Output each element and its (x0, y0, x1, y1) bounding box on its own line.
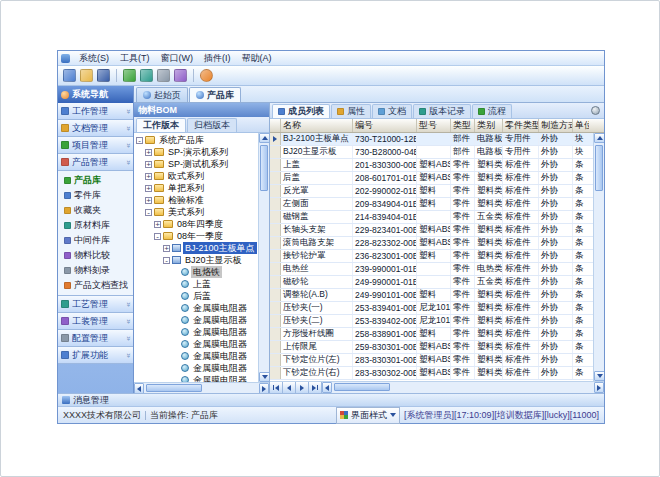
table-row[interactable]: 左侧面209-834904-01E塑料零件塑料类标准件外协条 (270, 198, 593, 211)
member-tab[interactable]: 成员列表 (272, 104, 330, 118)
scroll-track[interactable] (144, 383, 259, 393)
scroll-left-button[interactable] (134, 383, 144, 393)
sidebar-group[interactable]: 工艺管理» (58, 296, 133, 313)
tree-node[interactable]: 金属膜电阻器 (134, 302, 258, 314)
table-vertical-scrollbar[interactable] (593, 133, 604, 381)
scroll-up-button[interactable] (259, 133, 269, 143)
table-row[interactable]: 调整轮(A.B)249-990101-00E塑料零件塑料类标准件外协条 (270, 289, 593, 302)
column-header[interactable]: 编号 (353, 119, 417, 132)
table-row[interactable]: 下钞定位片(左)283-830301-00E塑料ABS零件塑料类标准件外协条 (270, 354, 593, 367)
tree-expander-icon[interactable]: + (145, 185, 152, 192)
tree-expander-icon[interactable]: - (154, 233, 161, 240)
next-record-button[interactable] (296, 382, 309, 393)
sidebar-item[interactable]: 原材料库 (58, 218, 133, 233)
member-tab[interactable]: 文档 (372, 104, 412, 118)
bom-version-tab[interactable]: 归档版本 (187, 118, 237, 132)
tree-node[interactable]: 金属膜电阻器 (134, 350, 258, 362)
sidebar-item[interactable]: 收藏夹 (58, 203, 133, 218)
scroll-thumb[interactable] (334, 383, 390, 391)
tree-node[interactable]: 后盖 (134, 290, 258, 302)
tree-node[interactable]: 金属膜电阻器 (134, 338, 258, 350)
settings-icon[interactable] (174, 69, 187, 82)
panel-gear-icon[interactable] (591, 106, 600, 115)
tree-node[interactable]: +SP-演示机系列 (134, 146, 258, 158)
tree-expander-icon[interactable]: + (145, 173, 152, 180)
scroll-thumb[interactable] (146, 384, 202, 392)
table-row[interactable]: 反光罩202-990002-01E塑料零件塑料类标准件外协条 (270, 185, 593, 198)
scroll-down-button[interactable] (259, 372, 269, 382)
tree-expander-icon[interactable]: + (145, 149, 152, 156)
table-row[interactable]: 后盖208-601701-01E塑料ABS零件塑料类标准件外协条 (270, 172, 593, 185)
column-header[interactable]: 类别 (475, 119, 503, 132)
sidebar-group[interactable]: 配置管理» (58, 330, 133, 347)
column-header[interactable]: 类型 (451, 119, 475, 132)
scroll-up-button[interactable] (594, 133, 604, 143)
sidebar-item[interactable]: 零件库 (58, 188, 133, 203)
tree-node[interactable]: 金属膜电阻器 (134, 314, 258, 326)
table-horizontal-scrollbar[interactable] (322, 382, 604, 393)
scroll-right-button[interactable] (594, 382, 604, 393)
member-tab[interactable]: 流程 (472, 104, 512, 118)
sidebar-group[interactable]: 项目管理» (58, 137, 133, 154)
sidebar-item[interactable]: 物料比较 (58, 248, 133, 263)
tree-node[interactable]: 金属膜电阻器 (134, 374, 258, 382)
tree-expander-icon[interactable]: + (145, 161, 152, 168)
table-row[interactable]: 滚筒电路支架228-823302-00E塑料ABS零件塑料类标准件外协条 (270, 237, 593, 250)
tree-expander-icon[interactable]: - (145, 209, 152, 216)
menu-item[interactable]: 插件(I) (199, 51, 236, 66)
save-icon[interactable] (97, 69, 110, 82)
sidebar-item[interactable]: 物料刻录 (58, 263, 133, 278)
tree-node[interactable]: -美式系列 (134, 206, 258, 218)
last-record-button[interactable] (309, 382, 322, 393)
table-row[interactable]: 下钞定位片(右)283-830302-00E塑料ABS零件塑料类标准件外协条 (270, 367, 593, 380)
tree-expander-icon[interactable]: + (154, 221, 161, 228)
print-icon[interactable] (157, 69, 170, 82)
column-header[interactable]: 制造方式 (539, 119, 573, 132)
tree-node[interactable]: 金属膜电阻器 (134, 362, 258, 374)
tree-expander-icon[interactable]: - (136, 137, 143, 144)
refresh-icon[interactable] (123, 69, 136, 82)
table-row[interactable]: 压钞夹(一)253-839401-00E尼龙1010零件塑料类标准件外协条 (270, 302, 593, 315)
scroll-left-button[interactable] (322, 382, 332, 393)
column-header[interactable]: 零件类型 (503, 119, 539, 132)
scroll-track[interactable] (594, 143, 604, 371)
tree-vertical-scrollbar[interactable] (258, 133, 269, 382)
open-folder-icon[interactable] (80, 69, 93, 82)
tree-node[interactable]: +SP-测试机系列 (134, 158, 258, 170)
scroll-down-button[interactable] (594, 371, 604, 381)
tree-node[interactable]: +单把系列 (134, 182, 258, 194)
column-header[interactable]: 型号 (417, 119, 451, 132)
tree-node[interactable]: 上盖 (134, 278, 258, 290)
exit-icon[interactable] (200, 69, 213, 82)
tree-node[interactable]: +欧式系列 (134, 170, 258, 182)
system-icon[interactable] (63, 69, 76, 82)
tree-node[interactable]: +BJ-2100主板单点 (134, 242, 258, 254)
tree-node[interactable]: -BJ20主显示板 (134, 254, 258, 266)
sidebar-group[interactable]: 工作管理» (58, 103, 133, 120)
table-row[interactable]: 上传限尾259-830301-00E塑料ABS零件塑料类标准件外协条 (270, 341, 593, 354)
table-row[interactable]: 上盖201-830300-00E塑料ABS零件塑料类标准件外协条 (270, 159, 593, 172)
scroll-track[interactable] (259, 143, 269, 372)
bom-version-tab[interactable]: 工作版本 (136, 118, 186, 132)
tree-expander-icon[interactable]: + (145, 197, 152, 204)
menu-item[interactable]: 帮助(A) (237, 51, 277, 66)
table-row[interactable]: 磁钢盖214-839404-01E零件五金类标准件外协条 (270, 211, 593, 224)
document-tab[interactable]: 产品库 (189, 87, 241, 102)
tree-node[interactable]: +08年四季度 (134, 218, 258, 230)
table-row[interactable]: 长轴头支架229-823401-00E塑料ABS零件塑料类标准件外协条 (270, 224, 593, 237)
table-row[interactable]: 磁砂轮249-990001-01E零件五金类标准件外协条 (270, 276, 593, 289)
tree-expander-icon[interactable]: - (163, 257, 170, 264)
tree-expander-icon[interactable]: + (163, 245, 170, 252)
table-row[interactable]: 电热丝239-990001-01E零件电热类标准件外协条 (270, 263, 593, 276)
ui-style-selector[interactable]: 界面样式 (336, 407, 400, 424)
message-bar[interactable]: 消息管理 (58, 393, 604, 406)
tree-node[interactable]: 电烙铁 (134, 266, 258, 278)
member-tab[interactable]: 属性 (331, 104, 371, 118)
table-row[interactable]: 接钞轮护罩236-823001-00E塑料零件塑料类标准件外协条 (270, 250, 593, 263)
previous-record-button[interactable] (283, 382, 296, 393)
tree-node[interactable]: +检验标准 (134, 194, 258, 206)
sidebar-group[interactable]: 文档管理» (58, 120, 133, 137)
search-icon[interactable] (140, 69, 153, 82)
tree-node[interactable]: 金属膜电阻器 (134, 326, 258, 338)
member-tab[interactable]: 版本记录 (413, 104, 471, 118)
